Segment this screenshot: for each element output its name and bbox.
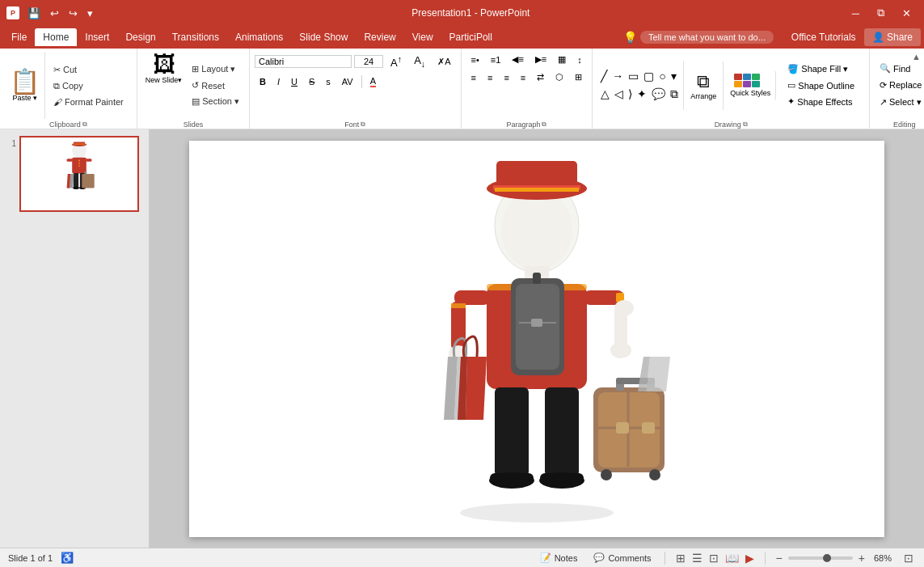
outline-view-button[interactable]: ☰ xyxy=(690,550,705,566)
triangle-shape[interactable]: △ xyxy=(599,86,611,103)
slide-canvas[interactable] xyxy=(189,141,884,537)
number-list-button[interactable]: ≡1 xyxy=(486,53,506,67)
restore-button[interactable]: ⧉ xyxy=(871,5,891,21)
svg-point-6 xyxy=(78,163,80,164)
font-color-button[interactable]: A xyxy=(365,74,381,90)
add-smartart-button[interactable]: ⊞ xyxy=(570,70,587,85)
bold-button[interactable]: B xyxy=(255,74,271,89)
line-shape[interactable]: ╱ xyxy=(599,68,609,84)
menu-participoll[interactable]: ParticiPoll xyxy=(441,28,500,46)
normal-view-button[interactable]: ⊞ xyxy=(673,550,688,566)
shapes-expand[interactable]: ⧉ xyxy=(669,86,680,103)
tell-me-input[interactable]: Tell me what you want to do... xyxy=(640,31,774,44)
layout-button[interactable]: ⊞ Layout ▾ xyxy=(188,62,243,76)
notes-button[interactable]: 📝 Notes xyxy=(535,551,583,565)
window-controls: ─ ⧉ ✕ xyxy=(846,5,918,21)
find-button[interactable]: 🔍 Find xyxy=(875,61,924,75)
clipboard-expand-icon[interactable]: ⧉ xyxy=(82,121,87,129)
customize-icon[interactable]: ▾ xyxy=(84,6,96,21)
shape-effects-button[interactable]: ✦ Shape Effects xyxy=(783,95,859,108)
arrow-left-shape[interactable]: ◁ xyxy=(613,86,625,103)
section-button[interactable]: ▤ Section ▾ xyxy=(188,95,243,108)
text-dir-button[interactable]: ⇄ xyxy=(532,70,549,85)
zoom-track[interactable] xyxy=(788,556,853,560)
clear-format-button[interactable]: ✗A xyxy=(432,54,455,70)
svg-rect-40 xyxy=(545,387,579,476)
reading-view-button[interactable]: 📖 xyxy=(723,550,741,566)
shape-fill-button[interactable]: 🪣 Shape Fill ▾ xyxy=(783,62,859,76)
copy-button[interactable]: ⧉ Copy xyxy=(50,79,127,93)
slideshow-button[interactable]: ▶ xyxy=(743,550,757,566)
decrease-indent-button[interactable]: ◀≡ xyxy=(507,52,528,67)
arrow-shape[interactable]: → xyxy=(610,68,625,84)
format-painter-button[interactable]: 🖌 Format Painter xyxy=(50,95,127,108)
zoom-in-button[interactable]: + xyxy=(856,550,867,566)
menu-transitions[interactable]: Transitions xyxy=(164,28,227,46)
align-center-button[interactable]: ≡ xyxy=(483,70,497,85)
menu-animations[interactable]: Animations xyxy=(227,28,291,46)
collapse-ribbon-button[interactable]: ▲ xyxy=(912,52,921,61)
ribbon-font-group: A↑ A↓ ✗A B I U S s AV A Font ⧉ xyxy=(250,49,462,129)
align-right-button[interactable]: ≡ xyxy=(499,70,513,85)
fit-to-window-button[interactable]: ⊡ xyxy=(901,550,916,566)
italic-button[interactable]: I xyxy=(272,74,285,89)
menu-insert[interactable]: Insert xyxy=(77,28,117,46)
slide-sorter-button[interactable]: ⊡ xyxy=(707,550,721,566)
svg-rect-13 xyxy=(86,159,91,162)
drawing-expand-icon[interactable]: ⧉ xyxy=(743,121,748,129)
line-spacing-button[interactable]: ↕ xyxy=(572,53,587,67)
comments-button[interactable]: 💬 Comments xyxy=(589,551,656,565)
replace-button[interactable]: ⟳ Replace ▾ xyxy=(875,78,924,92)
font-family-input[interactable] xyxy=(255,55,352,68)
strikethrough-button[interactable]: S xyxy=(304,74,319,89)
paragraph-expand-icon[interactable]: ⧉ xyxy=(542,121,546,129)
chevron-shape[interactable]: ⟩ xyxy=(627,86,634,103)
justify-button[interactable]: ≡ xyxy=(516,70,530,85)
columns-button[interactable]: ▦ xyxy=(553,52,571,67)
menu-home[interactable]: Home xyxy=(35,28,77,46)
office-tutorials-btn[interactable]: Office Tutorials xyxy=(783,28,864,46)
more-shapes[interactable]: ▾ xyxy=(669,68,678,84)
decrease-font-button[interactable]: A↓ xyxy=(409,52,430,71)
new-slide-button[interactable]: 🖼 New Slide▾ xyxy=(142,52,186,119)
title-bar: P 💾 ↩ ↪ ▾ Presentation1 - PowerPoint ─ ⧉… xyxy=(0,0,924,26)
underline-button[interactable]: U xyxy=(286,74,302,89)
bullet-list-button[interactable]: ≡• xyxy=(466,53,484,67)
paste-button[interactable]: 📋 Paste ▾ xyxy=(5,52,45,119)
slide-thumbnail[interactable] xyxy=(19,136,139,212)
undo-icon[interactable]: ↩ xyxy=(47,6,62,21)
cut-button[interactable]: ✂ Cut xyxy=(50,63,127,77)
font-expand-icon[interactable]: ⧉ xyxy=(361,121,365,129)
increase-indent-button[interactable]: ▶≡ xyxy=(530,52,551,67)
save-icon[interactable]: 💾 xyxy=(24,6,44,21)
callout-shape[interactable]: 💬 xyxy=(650,86,667,103)
share-btn[interactable]: 👤 Share xyxy=(864,28,921,46)
menu-view[interactable]: View xyxy=(404,28,441,46)
minimize-button[interactable]: ─ xyxy=(846,6,866,21)
select-button[interactable]: ↗ Select ▾ xyxy=(875,95,924,109)
rounded-rect-shape[interactable]: ▢ xyxy=(642,68,656,84)
shape-outline-button[interactable]: ▭ Shape Outline xyxy=(783,78,859,92)
quick-styles-button[interactable]: Quick Styles xyxy=(725,70,776,100)
menu-file[interactable]: File xyxy=(3,28,35,46)
svg-point-73 xyxy=(649,469,660,480)
menu-design[interactable]: Design xyxy=(117,28,163,46)
zoom-out-button[interactable]: − xyxy=(774,550,785,566)
align-left-button[interactable]: ≡ xyxy=(466,70,481,85)
convert-smart-button[interactable]: ⬡ xyxy=(551,70,568,85)
zoom-level-label[interactable]: 68% xyxy=(871,552,895,565)
close-button[interactable]: ✕ xyxy=(896,6,918,21)
oval-shape[interactable]: ○ xyxy=(657,68,667,84)
char-spacing-button[interactable]: AV xyxy=(337,74,358,89)
menu-review[interactable]: Review xyxy=(356,28,403,46)
arrange-button[interactable]: ⧉ Arrange xyxy=(686,68,721,104)
shadow-button[interactable]: s xyxy=(321,74,335,89)
menu-slideshow[interactable]: Slide Show xyxy=(291,28,356,46)
star-shape[interactable]: ✦ xyxy=(635,86,648,103)
increase-font-button[interactable]: A↑ xyxy=(386,52,407,71)
redo-icon[interactable]: ↪ xyxy=(65,6,81,21)
font-size-input[interactable] xyxy=(354,55,383,68)
accessibility-icon[interactable]: ♿ xyxy=(61,552,74,564)
rect-shape[interactable]: ▭ xyxy=(627,68,640,84)
reset-button[interactable]: ↺ Reset xyxy=(188,78,243,92)
